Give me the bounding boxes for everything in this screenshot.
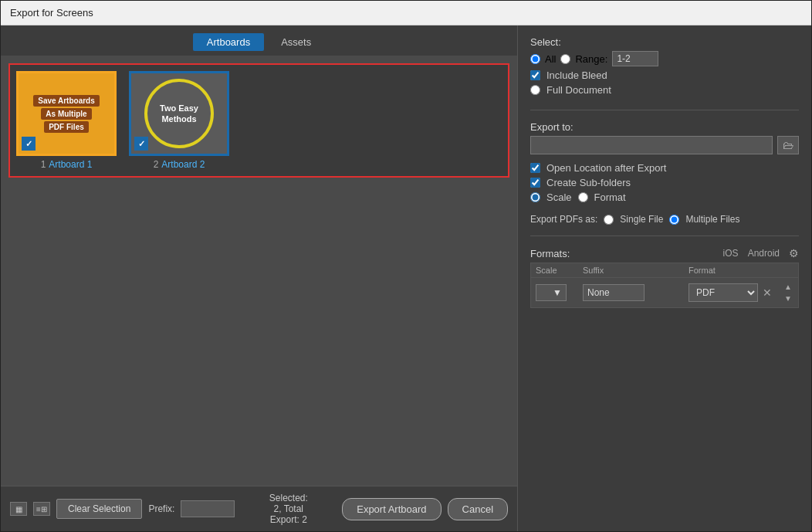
full-document-radio[interactable]: [530, 85, 540, 95]
scroll-col: ▲ ▼: [783, 281, 793, 304]
artboards-area: Save Artboards As Multiple PDF Files ✓ 1…: [1, 56, 517, 486]
left-panel: Artboards Assets Save Artboards As Multi…: [1, 25, 518, 531]
android-label: Android: [748, 248, 780, 259]
scale-label: Scale: [546, 191, 572, 203]
artboard-label-1: 1 Artboard 1: [41, 159, 93, 170]
export-dialog: Export for Screens Artboards Assets Save…: [0, 0, 812, 532]
delete-cell: ✕: [763, 286, 778, 299]
artboard-number-1: 1: [41, 159, 46, 170]
export-pdfs-row: Export PDFs as: Single File Multiple Fil…: [530, 214, 799, 225]
export-to-input[interactable]: [530, 136, 773, 154]
artboard-check-1[interactable]: ✓: [22, 137, 36, 151]
export-to-label: Export to:: [530, 121, 799, 133]
single-file-label: Single File: [620, 214, 663, 225]
tab-artboards[interactable]: Artboards: [193, 33, 264, 51]
artboard-name-2: Artboard 2: [161, 159, 205, 170]
artboard-preview-2: Two EasyMethods: [144, 79, 214, 148]
create-subfolders-row: Create Sub-folders: [530, 177, 799, 188]
scale-format-row: Scale Format: [530, 191, 799, 203]
formats-table-header: Scale Suffix Format: [531, 263, 798, 277]
formats-header: Formats: iOS Android ⚙: [530, 247, 799, 259]
single-file-radio[interactable]: [604, 215, 614, 225]
open-location-row: Open Location after Export: [530, 162, 799, 174]
artboard-thumb-1[interactable]: Save Artboards As Multiple PDF Files ✓: [16, 71, 117, 156]
prefix-label: Prefix:: [148, 503, 174, 514]
formats-section: Formats: iOS Android ⚙ Scale Suffix Form…: [530, 247, 799, 308]
ios-label: iOS: [723, 248, 739, 259]
scroll-down-button[interactable]: ▼: [783, 293, 793, 304]
action-buttons: Export Artboard Cancel: [342, 498, 508, 520]
all-label: All: [545, 53, 556, 65]
export-to-row: 🗁: [530, 136, 799, 154]
scale-chevron: ▼: [553, 287, 562, 298]
select-section: Select: All Range: Include Bleed Full Do…: [530, 36, 799, 99]
scale-dropdown[interactable]: ▼: [536, 284, 567, 301]
dialog-title: Export for Screens: [10, 7, 93, 19]
gear-icon[interactable]: ⚙: [789, 247, 799, 259]
artboard-text-1c: PDF Files: [44, 121, 89, 133]
create-subfolders-checkbox[interactable]: [530, 178, 540, 188]
artboard-thumb-2[interactable]: Two EasyMethods ✓: [129, 71, 229, 156]
format-label: Format: [594, 191, 626, 203]
range-label: Range:: [575, 53, 607, 65]
artboard-text-1b: As Multiple: [41, 108, 91, 120]
del-col-header: [763, 266, 778, 275]
formats-label: Formats:: [530, 248, 570, 259]
open-location-label: Open Location after Export: [546, 162, 666, 174]
status-text: Selected: 2, Total Export: 2: [269, 493, 308, 525]
all-row: All Range:: [530, 51, 799, 66]
formats-table-row: ▼ PDF PNG JPEG SVG WebP: [531, 277, 798, 307]
artboard-item-2[interactable]: Two EasyMethods ✓ 2 Artboard 2: [129, 71, 229, 170]
artboard-item-1[interactable]: Save Artboards As Multiple PDF Files ✓ 1…: [16, 71, 117, 170]
clear-selection-button[interactable]: Clear Selection: [56, 499, 142, 519]
options-section: Open Location after Export Create Sub-fo…: [530, 162, 799, 206]
range-radio[interactable]: [560, 54, 570, 64]
title-bar: Export for Screens: [1, 1, 811, 25]
suffix-col-header: Suffix: [583, 266, 684, 275]
scroll-up-button[interactable]: ▲: [783, 281, 793, 293]
export-pdfs-label: Export PDFs as:: [530, 214, 597, 225]
scroll-col-header: [783, 266, 793, 275]
folder-button[interactable]: 🗁: [777, 136, 799, 154]
multiple-files-label: Multiple Files: [685, 214, 739, 225]
divider-2: [530, 236, 799, 236]
multiple-files-radio[interactable]: [669, 215, 679, 225]
suffix-input[interactable]: [583, 284, 645, 301]
artboard-text-1a: Save Artboards: [33, 95, 100, 107]
format-col-header: Format: [689, 266, 758, 275]
include-bleed-label: Include Bleed: [546, 69, 607, 81]
divider-1: [530, 110, 799, 110]
cancel-button[interactable]: Cancel: [448, 498, 508, 520]
include-bleed-checkbox[interactable]: [530, 70, 540, 80]
all-radio[interactable]: [530, 54, 540, 64]
full-document-label: Full Document: [546, 84, 611, 96]
formats-right: iOS Android ⚙: [723, 247, 799, 259]
format-cell: PDF PNG JPEG SVG WebP: [689, 283, 758, 302]
delete-format-button[interactable]: ✕: [763, 286, 772, 299]
export-artboard-button[interactable]: Export Artboard: [342, 498, 441, 520]
prefix-input[interactable]: [181, 500, 235, 517]
artboard-name-1: Artboard 1: [49, 159, 92, 170]
format-dropdown[interactable]: PDF PNG JPEG SVG WebP: [689, 283, 758, 302]
range-input[interactable]: [612, 51, 658, 66]
include-bleed-row: Include Bleed: [530, 69, 799, 81]
artboards-grid: Save Artboards As Multiple PDF Files ✓ 1…: [8, 63, 509, 178]
tabs-bar: Artboards Assets: [1, 25, 517, 56]
open-location-checkbox[interactable]: [530, 163, 540, 173]
create-subfolders-label: Create Sub-folders: [546, 177, 631, 188]
formats-table: Scale Suffix Format ▼: [530, 263, 799, 308]
list-view-icon[interactable]: ≡⊞: [33, 502, 50, 516]
bottom-bar: ▦ ≡⊞ Clear Selection Prefix: Selected: 2…: [1, 486, 517, 531]
right-panel: Select: All Range: Include Bleed Full Do…: [518, 25, 811, 531]
artboard-check-2[interactable]: ✓: [134, 137, 148, 151]
scale-col-header: Scale: [536, 266, 578, 275]
scale-radio[interactable]: [530, 192, 540, 202]
dialog-body: Artboards Assets Save Artboards As Multi…: [1, 25, 811, 531]
grid-view-icon[interactable]: ▦: [10, 502, 27, 516]
full-document-row: Full Document: [530, 84, 799, 96]
export-to-section: Export to: 🗁: [530, 121, 799, 154]
format-radio[interactable]: [578, 192, 588, 202]
artboard-label-2: 2 Artboard 2: [154, 159, 205, 170]
tab-assets[interactable]: Assets: [267, 33, 325, 51]
suffix-cell: [583, 284, 684, 301]
